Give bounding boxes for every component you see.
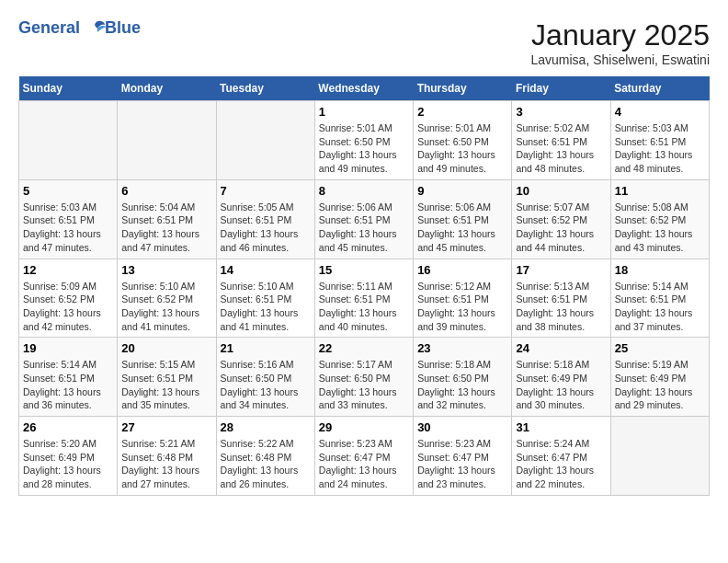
calendar-cell: 6Sunrise: 5:04 AMSunset: 6:51 PMDaylight… xyxy=(118,179,216,259)
calendar-cell: 28Sunrise: 5:22 AMSunset: 6:48 PMDayligh… xyxy=(216,417,314,496)
weekday-header-saturday: Saturday xyxy=(610,76,709,101)
calendar-week-row: 5Sunrise: 5:03 AMSunset: 6:51 PMDaylight… xyxy=(19,179,710,259)
calendar-cell: 8Sunrise: 5:06 AMSunset: 6:51 PMDaylight… xyxy=(314,179,413,259)
day-info: Sunrise: 5:21 AMSunset: 6:48 PMDaylight:… xyxy=(121,437,211,491)
logo: General Blue xyxy=(18,18,141,38)
day-info: Sunrise: 5:18 AMSunset: 6:49 PMDaylight:… xyxy=(516,358,606,412)
calendar-subtitle: Lavumisa, Shiselweni, Eswatini xyxy=(530,52,710,67)
day-info: Sunrise: 5:16 AMSunset: 6:50 PMDaylight:… xyxy=(221,358,311,412)
calendar-cell: 13Sunrise: 5:10 AMSunset: 6:52 PMDayligh… xyxy=(118,259,216,338)
day-info: Sunrise: 5:07 AMSunset: 6:52 PMDaylight:… xyxy=(516,201,606,255)
calendar-cell: 25Sunrise: 5:19 AMSunset: 6:49 PMDayligh… xyxy=(610,338,709,417)
calendar-cell: 24Sunrise: 5:18 AMSunset: 6:49 PMDayligh… xyxy=(512,338,610,417)
calendar-cell: 27Sunrise: 5:21 AMSunset: 6:48 PMDayligh… xyxy=(118,417,216,496)
day-number: 2 xyxy=(417,105,507,119)
weekday-header-thursday: Thursday xyxy=(414,76,512,101)
calendar-cell: 3Sunrise: 5:02 AMSunset: 6:51 PMDaylight… xyxy=(512,101,610,180)
day-info: Sunrise: 5:02 AMSunset: 6:51 PMDaylight:… xyxy=(516,121,606,176)
day-info: Sunrise: 5:17 AMSunset: 6:50 PMDaylight:… xyxy=(319,358,409,412)
calendar-cell: 30Sunrise: 5:23 AMSunset: 6:47 PMDayligh… xyxy=(414,417,512,496)
day-info: Sunrise: 5:05 AMSunset: 6:51 PMDaylight:… xyxy=(221,201,311,255)
weekday-header-sunday: Sunday xyxy=(19,76,118,101)
calendar-cell: 9Sunrise: 5:06 AMSunset: 6:51 PMDaylight… xyxy=(414,179,512,259)
day-info: Sunrise: 5:19 AMSunset: 6:49 PMDaylight:… xyxy=(615,358,705,412)
day-number: 9 xyxy=(417,184,507,198)
weekday-header-friday: Friday xyxy=(512,76,610,101)
day-info: Sunrise: 5:15 AMSunset: 6:51 PMDaylight:… xyxy=(121,358,211,412)
calendar-cell: 22Sunrise: 5:17 AMSunset: 6:50 PMDayligh… xyxy=(314,338,413,417)
day-info: Sunrise: 5:06 AMSunset: 6:51 PMDaylight:… xyxy=(417,201,507,255)
day-number: 8 xyxy=(319,184,409,198)
day-info: Sunrise: 5:14 AMSunset: 6:51 PMDaylight:… xyxy=(615,280,705,334)
day-number: 12 xyxy=(23,263,113,277)
weekday-header-monday: Monday xyxy=(118,76,216,101)
day-info: Sunrise: 5:14 AMSunset: 6:51 PMDaylight:… xyxy=(23,358,113,412)
day-info: Sunrise: 5:11 AMSunset: 6:51 PMDaylight:… xyxy=(319,280,409,334)
day-info: Sunrise: 5:13 AMSunset: 6:51 PMDaylight:… xyxy=(516,280,606,334)
calendar-cell: 23Sunrise: 5:18 AMSunset: 6:50 PMDayligh… xyxy=(414,338,512,417)
day-number: 17 xyxy=(516,263,606,277)
day-info: Sunrise: 5:04 AMSunset: 6:51 PMDaylight:… xyxy=(121,201,211,255)
calendar-cell: 21Sunrise: 5:16 AMSunset: 6:50 PMDayligh… xyxy=(216,338,314,417)
day-info: Sunrise: 5:09 AMSunset: 6:52 PMDaylight:… xyxy=(23,280,113,334)
day-info: Sunrise: 5:23 AMSunset: 6:47 PMDaylight:… xyxy=(319,437,409,491)
calendar-week-row: 12Sunrise: 5:09 AMSunset: 6:52 PMDayligh… xyxy=(19,259,710,338)
day-info: Sunrise: 5:06 AMSunset: 6:51 PMDaylight:… xyxy=(319,201,409,255)
calendar-cell: 17Sunrise: 5:13 AMSunset: 6:51 PMDayligh… xyxy=(512,259,610,338)
calendar-week-row: 19Sunrise: 5:14 AMSunset: 6:51 PMDayligh… xyxy=(19,338,710,417)
day-number: 23 xyxy=(417,341,507,355)
weekday-header-wednesday: Wednesday xyxy=(314,76,413,101)
day-info: Sunrise: 5:01 AMSunset: 6:50 PMDaylight:… xyxy=(417,121,507,176)
calendar-cell: 12Sunrise: 5:09 AMSunset: 6:52 PMDayligh… xyxy=(19,259,118,338)
day-number: 19 xyxy=(23,341,113,355)
calendar-cell: 7Sunrise: 5:05 AMSunset: 6:51 PMDaylight… xyxy=(216,179,314,259)
calendar-cell: 29Sunrise: 5:23 AMSunset: 6:47 PMDayligh… xyxy=(314,417,413,496)
day-info: Sunrise: 5:10 AMSunset: 6:52 PMDaylight:… xyxy=(121,280,211,334)
day-info: Sunrise: 5:01 AMSunset: 6:50 PMDaylight:… xyxy=(319,121,409,176)
day-info: Sunrise: 5:18 AMSunset: 6:50 PMDaylight:… xyxy=(417,358,507,412)
day-number: 29 xyxy=(319,420,409,434)
day-number: 25 xyxy=(615,341,705,355)
title-block: January 2025 Lavumisa, Shiselweni, Eswat… xyxy=(530,18,710,67)
logo-text-line2: Blue xyxy=(105,18,141,38)
calendar-cell xyxy=(19,101,118,180)
day-number: 1 xyxy=(319,105,409,119)
day-number: 11 xyxy=(615,184,705,198)
calendar-cell: 4Sunrise: 5:03 AMSunset: 6:51 PMDaylight… xyxy=(610,101,709,180)
day-number: 6 xyxy=(121,184,211,198)
calendar-cell xyxy=(216,101,314,180)
day-number: 14 xyxy=(221,263,311,277)
day-number: 20 xyxy=(121,341,211,355)
calendar-cell: 5Sunrise: 5:03 AMSunset: 6:51 PMDaylight… xyxy=(19,179,118,259)
day-number: 7 xyxy=(221,184,311,198)
calendar-cell: 16Sunrise: 5:12 AMSunset: 6:51 PMDayligh… xyxy=(414,259,512,338)
day-number: 4 xyxy=(615,105,705,119)
calendar-cell: 10Sunrise: 5:07 AMSunset: 6:52 PMDayligh… xyxy=(512,179,610,259)
day-number: 22 xyxy=(319,341,409,355)
calendar-cell: 2Sunrise: 5:01 AMSunset: 6:50 PMDaylight… xyxy=(414,101,512,180)
calendar-title: January 2025 xyxy=(530,18,710,52)
calendar-cell xyxy=(610,417,709,496)
day-info: Sunrise: 5:03 AMSunset: 6:51 PMDaylight:… xyxy=(23,201,113,255)
calendar-cell: 1Sunrise: 5:01 AMSunset: 6:50 PMDaylight… xyxy=(314,101,413,180)
day-info: Sunrise: 5:03 AMSunset: 6:51 PMDaylight:… xyxy=(615,121,705,176)
day-info: Sunrise: 5:10 AMSunset: 6:51 PMDaylight:… xyxy=(221,280,311,334)
day-number: 28 xyxy=(221,420,311,434)
weekday-header-tuesday: Tuesday xyxy=(216,76,314,101)
day-number: 21 xyxy=(221,341,311,355)
day-number: 30 xyxy=(417,420,507,434)
day-number: 3 xyxy=(516,105,606,119)
calendar-cell: 15Sunrise: 5:11 AMSunset: 6:51 PMDayligh… xyxy=(314,259,413,338)
day-info: Sunrise: 5:24 AMSunset: 6:47 PMDaylight:… xyxy=(516,437,606,491)
logo-bird-icon xyxy=(86,19,107,38)
calendar-cell: 14Sunrise: 5:10 AMSunset: 6:51 PMDayligh… xyxy=(216,259,314,338)
day-info: Sunrise: 5:23 AMSunset: 6:47 PMDaylight:… xyxy=(417,437,507,491)
day-number: 24 xyxy=(516,341,606,355)
day-number: 27 xyxy=(121,420,211,434)
calendar-cell: 11Sunrise: 5:08 AMSunset: 6:52 PMDayligh… xyxy=(610,179,709,259)
day-info: Sunrise: 5:12 AMSunset: 6:51 PMDaylight:… xyxy=(417,280,507,334)
day-number: 10 xyxy=(516,184,606,198)
calendar-week-row: 26Sunrise: 5:20 AMSunset: 6:49 PMDayligh… xyxy=(19,417,710,496)
weekday-header-row: SundayMondayTuesdayWednesdayThursdayFrid… xyxy=(19,76,710,101)
calendar-cell: 19Sunrise: 5:14 AMSunset: 6:51 PMDayligh… xyxy=(19,338,118,417)
